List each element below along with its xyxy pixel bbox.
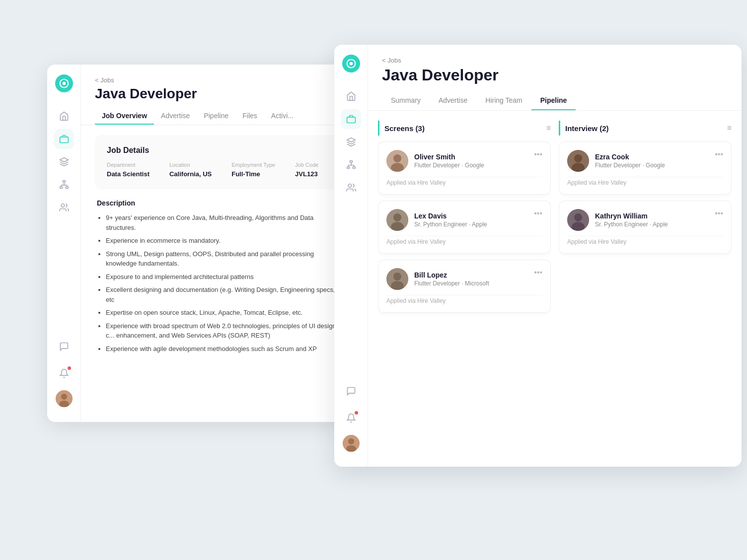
tab-bar2: Summary Advertise Hiring Team Pipeline	[368, 91, 742, 111]
card-top-ezra: Ezra Cook Flutter Developer · Google •••	[567, 150, 723, 172]
job-meta-code: Job Code JVL123	[295, 162, 318, 178]
emp-value: Full-Time	[231, 170, 260, 178]
pipeline-area: Screens (3) ≡	[368, 111, 742, 467]
applied-oliver: Applied via Hire Valley	[386, 177, 542, 186]
tab-bar: Job Overview Advertise Pipeline Files Ac…	[81, 108, 355, 125]
col-screens-title: Screens (3)	[384, 124, 425, 133]
loc-value: California, US	[169, 170, 212, 178]
job-details-title: Job Details	[107, 146, 329, 155]
svg-rect-4	[63, 181, 65, 182]
col-interview-title: Interview (2)	[565, 124, 609, 133]
description-section: Description 9+ years' experience on Core…	[95, 199, 341, 353]
svg-point-11	[61, 204, 65, 208]
sidebar-item-org[interactable]	[54, 175, 74, 195]
loc-label: Location	[169, 162, 212, 168]
card-menu-oliver[interactable]: •••	[534, 150, 542, 159]
svg-point-40	[574, 154, 582, 162]
applied-lex: Applied via Hire Valley	[386, 236, 542, 245]
card-left-bill: Bill Lopez Flutter Developer · Microsoft	[386, 268, 489, 290]
candidate-card-kathryn[interactable]: Kathryn William Sr. Python Engineer · Ap…	[559, 201, 732, 254]
card-menu-ezra[interactable]: •••	[715, 150, 723, 159]
sidebar2-item-people[interactable]	[341, 178, 361, 198]
back2-link[interactable]: < Jobs	[382, 57, 728, 64]
tab-activity[interactable]: Activi...	[264, 108, 300, 125]
desc-item-1: 9+ years' experience on Core Java, Multi…	[106, 213, 339, 232]
card-menu-lex[interactable]: •••	[534, 209, 542, 218]
applied-bill: Applied via Hire Valley	[386, 295, 542, 304]
sidebar-item-chat[interactable]	[54, 337, 74, 356]
svg-marker-18	[347, 138, 355, 142]
sidebar-item-jobs[interactable]	[54, 129, 74, 149]
applied-kathryn: Applied via Hire Valley	[567, 236, 723, 245]
sidebar2-item-notifications[interactable]	[341, 408, 361, 428]
sidebar2-item-home[interactable]	[341, 86, 361, 106]
user2-avatar[interactable]	[343, 435, 360, 452]
card-menu-bill[interactable]: •••	[534, 268, 542, 277]
tab2-pipeline[interactable]: Pipeline	[531, 91, 576, 110]
desc-item-6: Expertise on open source stack, Linux, A…	[106, 308, 339, 318]
role-oliver: Flutter Developer · Google	[414, 162, 484, 169]
candidate-card-bill[interactable]: Bill Lopez Flutter Developer · Microsoft…	[378, 260, 551, 313]
tab-pipeline[interactable]: Pipeline	[197, 108, 235, 125]
svg-rect-17	[347, 117, 355, 123]
svg-point-1	[62, 82, 66, 85]
logo-icon[interactable]	[55, 74, 73, 92]
tab2-hiring-team[interactable]: Hiring Team	[476, 91, 531, 110]
col-header-screens: Screens (3) ≡	[378, 121, 551, 136]
card-top-bill: Bill Lopez Flutter Developer · Microsoft…	[386, 268, 542, 290]
desc-list: 9+ years' experience on Core Java, Multi…	[97, 213, 339, 353]
sidebar-item-layers[interactable]	[54, 152, 74, 172]
card-menu-kathryn[interactable]: •••	[715, 209, 723, 218]
main-content: < Jobs Java Developer Job Overview Adver…	[81, 65, 355, 422]
col-screens-menu-icon[interactable]: ≡	[546, 124, 551, 133]
sidebar2-left	[334, 45, 368, 467]
col-header-interview: Interview (2) ≡	[559, 121, 732, 136]
role-bill: Flutter Developer · Microsoft	[414, 280, 489, 287]
sidebar-item-people[interactable]	[54, 198, 74, 217]
sidebar-item-home[interactable]	[54, 106, 74, 126]
name-ezra: Ezra Cook	[595, 153, 665, 161]
sidebar2-item-jobs[interactable]	[341, 109, 361, 129]
svg-point-28	[348, 438, 354, 444]
sidebar2-item-layers[interactable]	[341, 132, 361, 152]
desc-item-2: Experience in ecommerce is mandatory.	[106, 236, 339, 246]
sidebar-item-notifications[interactable]	[54, 363, 74, 383]
candidate-card-lex[interactable]: Lex Davis Sr. Python Engineer · Apple ••…	[378, 201, 551, 254]
card-top-lex: Lex Davis Sr. Python Engineer · Apple ••…	[386, 209, 542, 231]
logo2-icon[interactable]	[342, 55, 360, 72]
code-label: Job Code	[295, 162, 318, 168]
avatar-bill	[386, 268, 408, 290]
svg-point-26	[348, 184, 352, 188]
tab2-advertise[interactable]: Advertise	[430, 91, 476, 110]
sidebar2-item-chat[interactable]	[341, 381, 361, 401]
avatar-kathryn	[567, 209, 589, 231]
avatar-lex	[386, 209, 408, 231]
tab2-summary[interactable]: Summary	[382, 91, 430, 110]
window-pipeline: < Jobs Java Developer Summary Advertise …	[334, 45, 742, 467]
info-oliver: Oliver Smith Flutter Developer · Google	[414, 153, 484, 169]
job-meta-employment: Employment Type Full-Time	[231, 162, 275, 178]
card-top-kathryn: Kathryn William Sr. Python Engineer · Ap…	[567, 209, 723, 231]
user-avatar[interactable]	[56, 390, 73, 407]
dept-value: Data Scientist	[107, 170, 149, 178]
tab-job-overview[interactable]: Job Overview	[95, 108, 154, 125]
desc-item-3: Strong UML, Design patterns, OOPS, Distr…	[106, 249, 339, 269]
svg-marker-3	[60, 158, 68, 162]
svg-rect-21	[353, 167, 355, 168]
candidate-card-ezra[interactable]: Ezra Cook Flutter Developer · Google •••…	[559, 141, 732, 195]
back-link[interactable]: < Jobs	[95, 76, 341, 84]
role-kathryn: Sr. Python Engineer · Apple	[595, 221, 668, 228]
desc-item-5: Excellent designing and documentation (e…	[106, 285, 339, 304]
job-meta-location: Location California, US	[169, 162, 212, 178]
candidate-card-oliver[interactable]: Oliver Smith Flutter Developer · Google …	[378, 141, 551, 195]
tab-files[interactable]: Files	[235, 108, 264, 125]
job-meta-department: Department Data Scientist	[107, 162, 149, 178]
page-title: Java Developer	[95, 86, 341, 102]
sidebar2-item-org[interactable]	[341, 155, 361, 175]
sidebar2-bottom	[341, 381, 361, 457]
tab-advertise[interactable]: Advertise	[154, 108, 197, 125]
col-interview-menu-icon[interactable]: ≡	[727, 124, 732, 133]
desc-item-7: Experience with broad spectrum of Web 2.…	[106, 321, 339, 341]
desc-title: Description	[97, 199, 339, 207]
page-header: < Jobs Java Developer	[81, 65, 355, 108]
